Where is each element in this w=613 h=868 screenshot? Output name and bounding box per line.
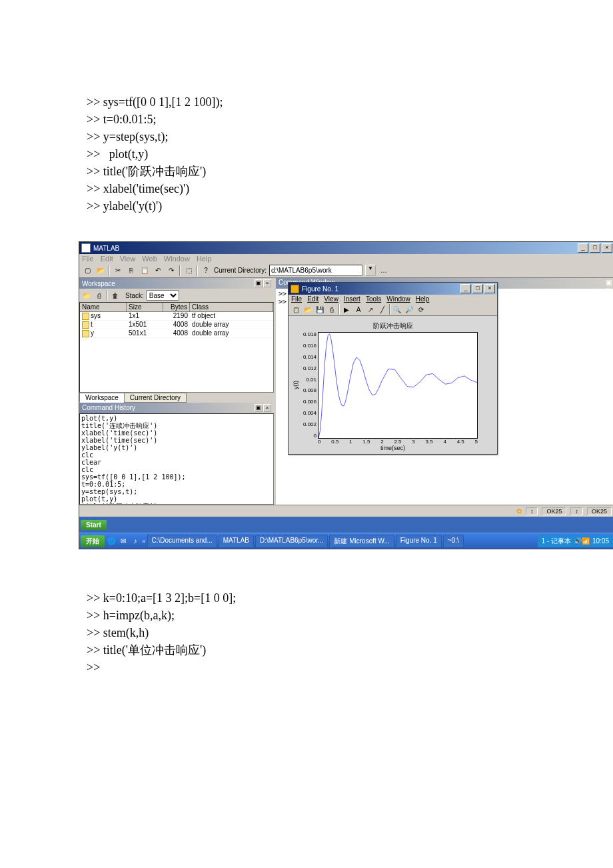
open-icon[interactable]: 📂: [95, 265, 106, 276]
zoom-in-icon[interactable]: 🔍: [392, 304, 402, 315]
rotate-icon[interactable]: ⟳: [416, 304, 426, 315]
system-tray[interactable]: 1 - 记事本 🔊📶 10:05: [538, 535, 613, 547]
undock-icon[interactable]: ▣: [606, 279, 612, 286]
close-button[interactable]: ×: [484, 284, 495, 293]
history-line[interactable]: title('连续冲击响应'): [81, 422, 272, 429]
open-var-icon[interactable]: 📁: [81, 290, 92, 301]
windows-taskbar[interactable]: 开始 🌐 ✉ ♪ » C:\Documents and...MATLABD:\M…: [79, 533, 613, 549]
menu-file[interactable]: File: [82, 255, 94, 263]
figure-titlebar[interactable]: Figure No. 1 _ □ ×: [289, 283, 497, 295]
taskbar-item[interactable]: ~0:\: [443, 535, 464, 548]
undock-icon[interactable]: ▣: [255, 404, 263, 412]
menu-view[interactable]: View: [324, 295, 338, 303]
menu-web[interactable]: Web: [142, 255, 157, 263]
new-icon[interactable]: ▢: [82, 265, 93, 276]
history-header[interactable]: Command History ▣×: [79, 403, 274, 413]
cut-icon[interactable]: ✂: [113, 265, 123, 276]
line-icon[interactable]: ╱: [377, 304, 388, 315]
save-icon[interactable]: 💾: [314, 304, 325, 315]
simulink-icon[interactable]: ⬚: [183, 265, 194, 276]
pointer-icon[interactable]: ▶: [341, 304, 352, 315]
text-icon[interactable]: A: [353, 304, 364, 315]
workspace-toolbar[interactable]: 📁 ⎙ 🗑 Stack: Base: [79, 289, 274, 302]
menu-help[interactable]: Help: [416, 295, 430, 303]
arrow-icon[interactable]: ↗: [365, 304, 376, 315]
taskbar-item[interactable]: C:\Documents and...: [147, 535, 217, 548]
new-figure-icon[interactable]: ▢: [291, 304, 301, 315]
history-line[interactable]: ylabel('y(t)'): [81, 444, 272, 451]
taskbar-item[interactable]: Figure No. 1: [396, 535, 442, 548]
table-row[interactable]: sys1x12190tf object: [80, 312, 273, 321]
history-line[interactable]: sys=tf([0 0 1],[1 2 100]);: [81, 473, 272, 481]
history-line[interactable]: plot(t,y): [81, 415, 272, 422]
stack-select[interactable]: Base: [146, 290, 179, 301]
matlab-titlebar[interactable]: MATLAB _ □ ×: [79, 242, 613, 254]
zoom-out-icon[interactable]: 🔎: [404, 304, 414, 315]
history-line[interactable]: t=0:0.01:5;: [81, 481, 272, 488]
main-toolbar[interactable]: ▢ 📂 ✂ ⎘ 📋 ↶ ↷ ⬚ ? Current Directory: ▼ …: [79, 263, 613, 278]
menu-window[interactable]: Window: [164, 255, 190, 263]
menu-window[interactable]: Window: [386, 295, 410, 303]
dropdown-icon[interactable]: ▼: [365, 265, 376, 276]
menu-help[interactable]: Help: [197, 255, 212, 263]
start-button[interactable]: 开始: [81, 535, 105, 547]
redo-icon[interactable]: ↷: [166, 265, 177, 276]
taskbar-item[interactable]: D:\MATLAB6p5\wor...: [255, 535, 328, 548]
taskbar-item[interactable]: 新建 Microsoft W...: [329, 535, 394, 548]
history-line[interactable]: clc: [81, 466, 272, 473]
undo-icon[interactable]: ↶: [153, 265, 163, 276]
copy-icon[interactable]: ⎘: [126, 265, 137, 276]
start-button-inner[interactable]: Start: [81, 520, 107, 530]
y-ticks: 0.0180.0160.0140.0120.010.0080.0060.0040…: [299, 332, 318, 439]
tab-workspace[interactable]: Workspace: [79, 393, 125, 403]
paste-icon[interactable]: 📋: [139, 265, 150, 276]
minimize-button[interactable]: _: [460, 284, 471, 293]
maximize-button[interactable]: □: [590, 243, 600, 253]
history-line[interactable]: y=step(sys,t);: [81, 488, 272, 495]
close-icon[interactable]: ×: [263, 404, 271, 412]
curdir-input[interactable]: [269, 265, 362, 276]
menu-file[interactable]: File: [291, 295, 302, 303]
matlab-window: MATLAB _ □ × FileEditViewWebWindowHelp ▢…: [79, 241, 613, 549]
undock-icon[interactable]: ▣: [255, 279, 263, 287]
table-row[interactable]: y501x14008double array: [80, 329, 273, 338]
menu-view[interactable]: View: [120, 255, 136, 263]
status-bar: ✿ ↕ OK25 ↕ OK25: [79, 505, 613, 517]
minimize-button[interactable]: _: [578, 243, 588, 253]
menubar[interactable]: FileEditViewWebWindowHelp: [79, 254, 613, 263]
help-icon[interactable]: ?: [201, 265, 211, 276]
history-line[interactable]: title('阶跃冲击响应'): [81, 503, 272, 505]
history-line[interactable]: xlabel('time(sec)'): [81, 437, 272, 444]
history-line[interactable]: clear: [81, 459, 272, 466]
close-icon[interactable]: ×: [263, 279, 271, 287]
code-line: >> xlabel('time(sec)'): [87, 180, 526, 197]
menu-edit[interactable]: Edit: [101, 255, 113, 263]
graph-icon[interactable]: ⎙: [94, 290, 105, 301]
menu-insert[interactable]: Insert: [344, 295, 360, 303]
figure-toolbar[interactable]: ▢ 📂 💾 ⎙ ▶ A ↗ ╱ 🔍 🔎 ⟳: [289, 303, 497, 316]
workspace-tabs[interactable]: WorkspaceCurrent Directory: [79, 393, 274, 403]
menu-tools[interactable]: Tools: [366, 295, 381, 303]
figure-menubar[interactable]: FileEditViewInsertToolsWindowHelp: [289, 295, 497, 303]
workspace-table[interactable]: NameSizeBytesClass sys1x12190tf objectt1…: [79, 302, 274, 393]
history-line[interactable]: plot(t,y): [81, 495, 272, 503]
tab-current directory[interactable]: Current Directory: [124, 393, 187, 403]
browse-icon[interactable]: …: [378, 265, 389, 276]
figure-window[interactable]: Figure No. 1 _ □ × FileEditViewInsertToo…: [288, 282, 498, 455]
history-line[interactable]: clc: [81, 451, 272, 459]
delete-icon[interactable]: 🗑: [110, 290, 121, 301]
print-icon[interactable]: ⎙: [326, 304, 337, 315]
taskbar-item[interactable]: MATLAB: [219, 535, 254, 548]
clock: 10:05: [592, 537, 609, 545]
close-button[interactable]: ×: [602, 243, 612, 253]
table-row[interactable]: t1x5014008double array: [80, 321, 273, 329]
history-line[interactable]: xlabel('time(sec)'): [81, 429, 272, 437]
matlab-inner-taskbar[interactable]: Start: [79, 517, 613, 533]
open-icon[interactable]: 📂: [303, 304, 313, 315]
maximize-button[interactable]: □: [472, 284, 483, 293]
command-history[interactable]: plot(t,y)title('连续冲击响应')xlabel('time(sec…: [79, 413, 274, 505]
workspace-header[interactable]: Workspace ▣×: [79, 278, 274, 289]
menu-edit[interactable]: Edit: [307, 295, 318, 303]
tray-item[interactable]: 1 - 记事本: [542, 537, 571, 546]
code-line: >> title('单位冲击响应'): [87, 641, 526, 659]
